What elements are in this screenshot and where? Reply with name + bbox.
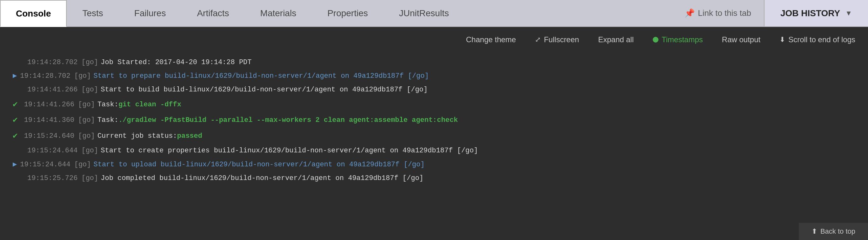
job-history-button[interactable]: JOB HISTORY ▼	[764, 0, 868, 26]
pin-icon: 📌	[684, 8, 695, 18]
fullscreen-button[interactable]: ⤢ Fullscreen	[535, 35, 579, 44]
log-line: ▶ 19:14:28.702 [go] Start to prepare bui…	[0, 69, 868, 83]
log-line: ✔ 19:14:41.266 [go] Task: git clean -dff…	[0, 97, 868, 113]
tab-materials[interactable]: Materials	[245, 0, 312, 26]
tab-properties[interactable]: Properties	[312, 0, 383, 26]
check-icon: ✔	[13, 98, 18, 112]
scroll-to-end-button[interactable]: ⬇ Scroll to end of logs	[779, 35, 855, 44]
tab-tests[interactable]: Tests	[67, 0, 118, 26]
timestamps-button[interactable]: Timestamps	[653, 35, 703, 44]
tab-junit-results[interactable]: JUnitResults	[383, 0, 464, 26]
log-line: ▶ 19:15:24.644 [go] Start to upload buil…	[0, 158, 868, 172]
console-toolbar: Change theme ⤢ Fullscreen Expand all Tim…	[0, 27, 868, 52]
link-to-tab-button[interactable]: 📌 Link to this tab	[672, 8, 764, 18]
check-icon: ✔	[13, 114, 18, 127]
tab-console[interactable]: Console	[0, 0, 67, 27]
up-arrow-icon: ⬆	[811, 227, 817, 236]
log-line: 19:14:41.266 [go] Start to build build-l…	[0, 83, 868, 96]
log-line: 19:15:25.726 [go] Job completed build-li…	[0, 172, 868, 185]
tab-bar: Console Tests Failures Artifacts Materia…	[0, 0, 868, 27]
scroll-down-icon: ⬇	[779, 35, 785, 44]
log-line: 19:15:24.644 [go] Start to create proper…	[0, 144, 868, 157]
change-theme-button[interactable]: Change theme	[466, 35, 516, 44]
raw-output-button[interactable]: Raw output	[722, 35, 761, 44]
tab-failures[interactable]: Failures	[119, 0, 182, 26]
back-to-top-button[interactable]: ⬆ Back to top	[799, 223, 868, 240]
fullscreen-icon: ⤢	[535, 35, 541, 44]
tab-artifacts[interactable]: Artifacts	[181, 0, 245, 26]
log-line: ✔ 19:15:24.640 [go] Current job status: …	[0, 128, 868, 144]
chevron-down-icon: ▼	[845, 9, 852, 18]
main-content: Change theme ⤢ Fullscreen Expand all Tim…	[0, 27, 868, 240]
expand-icon[interactable]: ▶	[13, 70, 17, 82]
console-area: 19:14:28.702 [go] Job Started: 2017-04-2…	[0, 52, 868, 240]
timestamps-dot-icon	[653, 37, 658, 42]
tab-bar-right: 📌 Link to this tab JOB HISTORY ▼	[672, 0, 868, 26]
log-line: ✔ 19:14:41.360 [go] Task: ./gradlew -Pfa…	[0, 112, 868, 128]
expand-icon[interactable]: ▶	[13, 159, 17, 170]
log-line: 19:14:28.702 [go] Job Started: 2017-04-2…	[0, 56, 868, 69]
expand-all-button[interactable]: Expand all	[598, 35, 634, 44]
check-icon: ✔	[13, 129, 18, 143]
